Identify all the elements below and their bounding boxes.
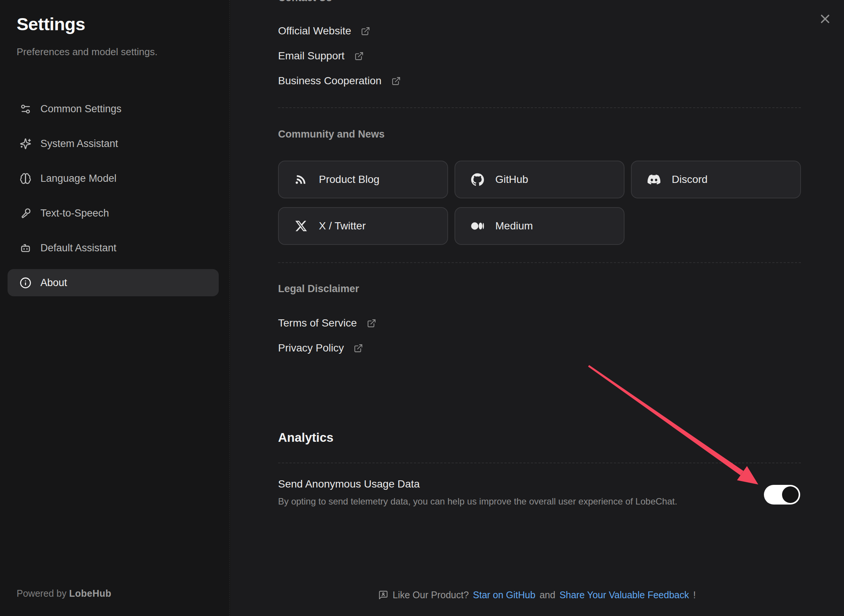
lobechat-settings-about-page: { "sidebar": { "title": "Settings", "sub… (0, 0, 844, 616)
sidebar-item-label: System Assistant (40, 138, 118, 150)
sparkles-icon (20, 138, 31, 150)
sidebar-item-label: Default Assistant (40, 242, 116, 254)
sidebar-item-label: About (40, 277, 67, 289)
contact-links: Official Website Email Support Business … (278, 19, 401, 93)
lobehub-brand-link[interactable]: LobeHub (69, 588, 111, 599)
star-on-github-link[interactable]: Star on GitHub (473, 590, 535, 601)
legal-links: Terms of Service Privacy Policy (278, 311, 376, 361)
external-link-icon (361, 26, 370, 36)
rss-icon (295, 173, 308, 186)
github-icon (471, 173, 484, 186)
terms-of-service-link[interactable]: Terms of Service (278, 311, 376, 336)
section-divider (278, 262, 801, 263)
external-link-icon (354, 344, 363, 353)
medium-button[interactable]: Medium (454, 207, 624, 245)
product-blog-button[interactable]: Product Blog (278, 161, 448, 198)
section-divider (278, 107, 801, 108)
external-link-icon (367, 319, 376, 328)
usage-data-toggle[interactable] (764, 485, 800, 505)
footer-text: ! (693, 590, 696, 601)
section-divider (278, 463, 801, 463)
community-heading: Community and News (278, 127, 385, 141)
powered-by: Powered by LobeHub (17, 588, 111, 599)
button-label: Medium (495, 220, 533, 232)
close-button[interactable] (818, 11, 833, 26)
button-label: Product Blog (319, 173, 379, 186)
button-label: GitHub (495, 173, 528, 186)
discord-button[interactable]: Discord (631, 161, 801, 198)
feedback-icon (378, 590, 388, 600)
footer-text: Like Our Product? (393, 590, 469, 601)
discord-icon (648, 173, 660, 186)
email-support-link[interactable]: Email Support (278, 43, 401, 68)
x-twitter-button[interactable]: X / Twitter (278, 207, 448, 245)
external-link-icon (391, 76, 401, 86)
legal-heading: Legal Disclaimer (278, 282, 359, 296)
sidebar-item-common-settings[interactable]: Common Settings (8, 95, 219, 122)
sidebar-item-label: Text-to-Speech (40, 207, 109, 219)
button-label: X / Twitter (319, 220, 366, 232)
link-label: Official Website (278, 25, 351, 37)
settings-nav: Common Settings System Assistant Languag… (8, 95, 219, 296)
business-cooperation-link[interactable]: Business Cooperation (278, 68, 401, 93)
analytics-heading: Analytics (278, 429, 334, 446)
microphone-icon (20, 207, 31, 219)
share-feedback-link[interactable]: Share Your Valuable Feedback (560, 590, 689, 601)
sidebar-item-label: Common Settings (40, 103, 122, 115)
official-website-link[interactable]: Official Website (278, 19, 401, 43)
link-label: Privacy Policy (278, 342, 344, 354)
community-buttons: Product Blog GitHub Discord X / Twitter … (278, 161, 801, 245)
settings-sidebar: Settings Preferences and model settings.… (0, 0, 230, 616)
x-twitter-icon (295, 220, 308, 232)
sidebar-item-language-model[interactable]: Language Model (8, 165, 219, 192)
usage-data-label: Send Anonymous Usage Data (278, 476, 420, 492)
contact-us-heading: Contact Us (278, 0, 332, 5)
info-icon (20, 277, 31, 289)
page-subtitle: Preferences and model settings. (17, 46, 158, 58)
bot-icon (20, 242, 31, 254)
about-panel: Contact Us Official Website Email Suppor… (230, 0, 844, 616)
button-label: Discord (672, 173, 708, 186)
close-icon (819, 13, 831, 25)
medium-icon (471, 220, 484, 232)
sliders-icon (20, 103, 31, 115)
usage-data-description: By opting to send telemetry data, you ca… (278, 495, 677, 508)
toggle-knob (782, 486, 799, 503)
sidebar-item-label: Language Model (40, 173, 116, 184)
privacy-policy-link[interactable]: Privacy Policy (278, 336, 376, 361)
panel-footer: Like Our Product? Star on GitHub and Sha… (230, 590, 844, 601)
sidebar-item-system-assistant[interactable]: System Assistant (8, 130, 219, 157)
brain-icon (20, 173, 31, 184)
sidebar-item-about[interactable]: About (8, 269, 219, 296)
link-label: Business Cooperation (278, 75, 382, 87)
github-button[interactable]: GitHub (454, 161, 624, 198)
page-title: Settings (17, 14, 85, 34)
external-link-icon (354, 51, 364, 61)
link-label: Email Support (278, 50, 345, 62)
sidebar-item-default-assistant[interactable]: Default Assistant (8, 234, 219, 262)
footer-text: and (539, 590, 555, 601)
link-label: Terms of Service (278, 317, 357, 329)
powered-by-text: Powered by (17, 588, 66, 599)
sidebar-item-text-to-speech[interactable]: Text-to-Speech (8, 200, 219, 227)
